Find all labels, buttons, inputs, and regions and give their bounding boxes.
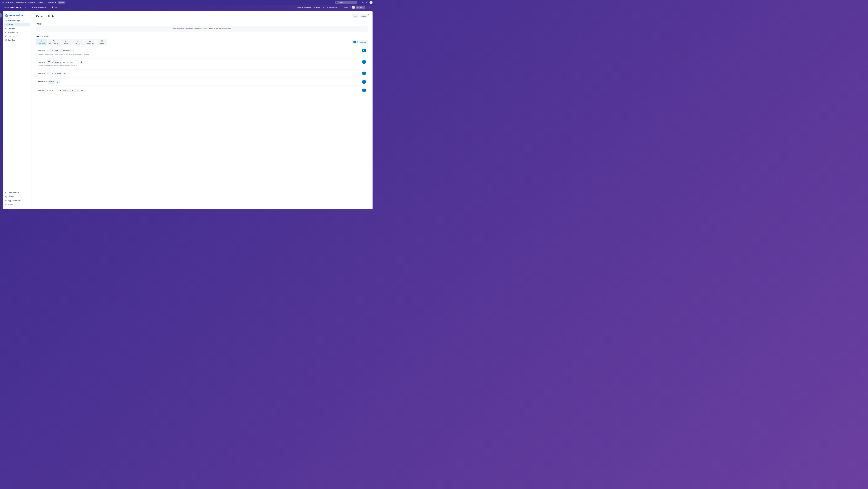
search-input-wrap[interactable] (335, 1, 357, 4)
apps-grid-icon[interactable] (1, 1, 4, 4)
add-trigger-button[interactable]: + (362, 71, 366, 75)
nav-workspaces[interactable]: Workspaces (14, 1, 27, 4)
svg-rect-18 (53, 7, 53, 7)
svg-marker-54 (49, 61, 50, 63)
by-user-chip[interactable] (80, 60, 83, 63)
add-trigger-button[interactable]: + (362, 60, 366, 64)
member-avatar[interactable]: L (352, 6, 355, 9)
user-icon (57, 81, 59, 83)
list-name-input-wrap[interactable] (66, 61, 79, 63)
nav-templates[interactable]: Templates (46, 1, 57, 4)
trello-logo[interactable]: Trello (5, 1, 14, 4)
help-icon[interactable] (362, 1, 365, 4)
sidebar-item-board-button[interactable]: Board Button (4, 31, 30, 34)
advanced-toggle-wrap: Advanced (352, 40, 368, 44)
user-icon (71, 50, 73, 51)
tab-dates[interactable]: Dates (61, 39, 71, 45)
notifications-icon[interactable] (358, 1, 361, 4)
added-to-chip[interactable]: added to (54, 60, 62, 64)
user-avatar[interactable]: L (370, 1, 373, 4)
rule-text: is (52, 61, 53, 63)
sidebar-item-app-automations[interactable]: App automations (4, 199, 30, 202)
powerups-button[interactable]: Power-Ups (313, 6, 325, 9)
board-menu-button[interactable] (368, 6, 372, 9)
tab-label: Fields (100, 42, 104, 44)
automation-label: Automation (329, 6, 337, 8)
rule-note: "Added" means created, copied, emailed o… (38, 65, 366, 66)
sidebar-item-rules[interactable]: Rules (4, 23, 30, 26)
sidebar-item-card-button[interactable]: Card Button (4, 27, 30, 30)
calendar-icon (295, 6, 297, 8)
sidebar-item-feedback[interactable]: Send feedback (4, 191, 30, 195)
tab-checklists[interactable]: Checklists (72, 39, 83, 45)
automation-button[interactable]: Automation (326, 6, 338, 9)
rule-text: when a card (38, 61, 46, 63)
count-input[interactable] (71, 90, 73, 91)
list-name-input[interactable] (67, 61, 78, 63)
tab-label: Card Move (38, 42, 45, 44)
cancel-button[interactable]: Cancel (360, 14, 368, 18)
nav-recent-label: Recent (28, 2, 33, 3)
close-button[interactable] (367, 13, 370, 17)
rule-text: when a card (38, 50, 46, 52)
by-user-chip[interactable] (63, 72, 66, 75)
sidebar-item-label: App automations (8, 200, 21, 201)
theme-icon[interactable] (366, 1, 369, 4)
nav-starred[interactable]: Starred (37, 1, 45, 4)
calendar-icon (5, 35, 7, 37)
filter-chip[interactable] (48, 60, 51, 63)
board-view-chevron[interactable] (60, 6, 64, 9)
sidebar-item-tips[interactable]: Automation Tips (4, 19, 30, 23)
sidebar-item-due-date[interactable]: Due Date (4, 38, 30, 42)
star-board-button[interactable] (24, 6, 28, 9)
user-icon (64, 72, 65, 74)
advanced-toggle[interactable] (353, 41, 358, 43)
filter-chip[interactable] (48, 72, 51, 75)
sidebar-item-help[interactable]: Get help (4, 195, 30, 198)
save-button[interactable]: Save (352, 14, 359, 18)
automation-title-text: Automation (9, 14, 23, 17)
search-input[interactable] (338, 2, 356, 3)
by-user-chip[interactable] (56, 80, 60, 83)
rule-text: the board (63, 50, 69, 52)
svg-rect-11 (7, 2, 7, 3)
filter-chip[interactable] (48, 49, 51, 52)
svg-point-3 (2, 2, 2, 3)
gear-icon (5, 200, 7, 201)
sidebar-item-scheduled[interactable]: Scheduled (4, 34, 30, 38)
tab-card-changes[interactable]: Card Changes (48, 39, 60, 45)
tab-fields[interactable]: Fields (97, 39, 107, 45)
tab-card-content[interactable]: Card Content (84, 39, 96, 45)
workspace-visible-label: Workspace visible (34, 6, 46, 8)
list-name-input-wrap[interactable] (45, 89, 58, 92)
archived-chip[interactable]: archived (54, 71, 62, 75)
nav-templates-label: Templates (48, 2, 54, 3)
rule-text: is (52, 50, 53, 52)
list-name-input[interactable] (46, 90, 57, 91)
board-name[interactable]: Project Management (2, 6, 23, 8)
calendar-powerup-button[interactable]: Calendar Power-Up (293, 6, 312, 9)
added-to-chip[interactable]: added to (54, 49, 62, 52)
svg-point-12 (336, 2, 337, 3)
add-trigger-button[interactable]: + (362, 80, 366, 84)
create-button[interactable]: Create (58, 1, 65, 4)
tab-card-move[interactable]: Card Move (36, 39, 47, 45)
sidebar-item-activity[interactable]: Activity (4, 202, 30, 206)
workspace-visible-button[interactable]: Workspace visible (31, 6, 48, 9)
filter-button[interactable]: Filter (341, 6, 349, 9)
user-plus-icon (357, 7, 359, 8)
add-trigger-button[interactable]: + (362, 49, 366, 53)
add-trigger-button[interactable]: + (362, 89, 366, 93)
by-user-chip[interactable] (70, 49, 73, 52)
plus-chip[interactable] (75, 89, 79, 92)
clock-icon (65, 39, 67, 42)
card-icon (5, 28, 7, 30)
count-input-wrap[interactable] (70, 89, 74, 92)
nav-recent[interactable]: Recent (27, 1, 36, 4)
automation-robot-icon (5, 14, 8, 17)
board-view-button[interactable]: Board (50, 6, 59, 9)
created-chip[interactable]: created (48, 80, 55, 84)
sidebar-pull-icon[interactable] (0, 13, 2, 18)
exactly-chip[interactable]: exactly (62, 89, 69, 92)
share-button[interactable]: Share (356, 6, 365, 9)
